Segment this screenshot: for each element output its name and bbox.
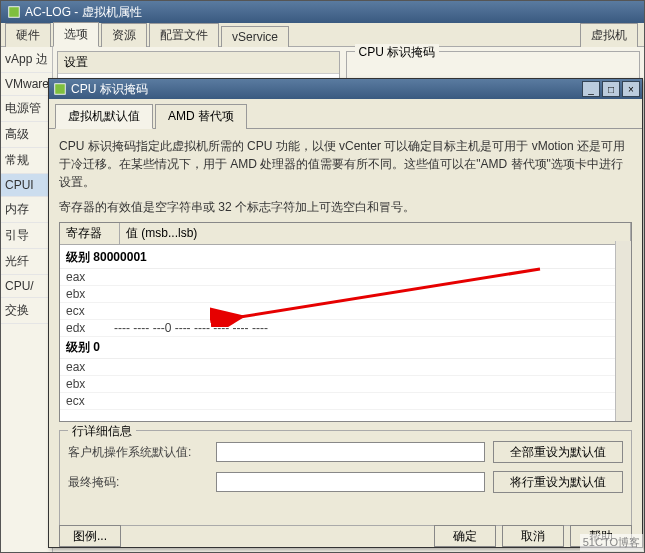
reset-all-button[interactable]: 全部重设为默认值	[493, 441, 623, 463]
app-icon	[7, 5, 21, 19]
register-row[interactable]: ebx	[60, 376, 631, 393]
register-note: 寄存器的有效值是空字符串或 32 个标志字符加上可选空白和冒号。	[59, 199, 632, 216]
dialog-tabs: 虚拟机默认值 AMD 替代项	[49, 99, 642, 129]
register-value: ---- ---- ---0 ---- ---- ---- ---- ----	[114, 321, 625, 335]
window-title: AC-LOG - 虚拟机属性	[25, 1, 142, 23]
svg-rect-1	[55, 84, 66, 95]
register-name: edx	[66, 321, 114, 335]
register-value	[114, 287, 625, 301]
sidebar-item-vapp[interactable]: vApp 边	[1, 47, 52, 73]
final-mask-input[interactable]	[216, 472, 485, 492]
sidebar-item-cpu[interactable]: CPU/	[1, 275, 52, 298]
sidebar-item-power[interactable]: 电源管	[1, 96, 52, 122]
reset-row-button[interactable]: 将行重设为默认值	[493, 471, 623, 493]
tab-vm-defaults[interactable]: 虚拟机默认值	[55, 104, 153, 129]
options-sidebar: vApp 边 VMware 电源管 高级 常规 CPUI 内存 引导 光纤 CP…	[1, 47, 53, 552]
scrollbar[interactable]	[615, 241, 631, 421]
cpu-mask-dialog: CPU 标识掩码 _ □ × 虚拟机默认值 AMD 替代项 CPU 标识掩码指定…	[48, 78, 643, 548]
tab-resources[interactable]: 资源	[101, 23, 147, 47]
register-name: ebx	[66, 287, 114, 301]
tab-vservice[interactable]: vService	[221, 26, 289, 47]
register-name: ebx	[66, 377, 114, 391]
register-row[interactable]: ecx	[60, 303, 631, 320]
register-row[interactable]: ecx	[60, 393, 631, 410]
dialog-title: CPU 标识掩码	[71, 81, 148, 98]
outer-tabbar: 硬件 选项 资源 配置文件 vService 虚拟机	[1, 23, 644, 47]
dialog-titlebar[interactable]: CPU 标识掩码 _ □ ×	[49, 79, 642, 99]
dialog-icon	[53, 82, 67, 96]
register-row[interactable]: edx---- ---- ---0 ---- ---- ---- ---- --…	[60, 320, 631, 337]
register-name: eax	[66, 360, 114, 374]
sidebar-item-cpuid[interactable]: CPUI	[1, 174, 52, 197]
watermark: 51CTO博客	[580, 534, 643, 551]
col-register[interactable]: 寄存器	[60, 223, 120, 244]
sidebar-item-boot[interactable]: 引导	[1, 223, 52, 249]
register-value	[114, 377, 625, 391]
register-table[interactable]: 寄存器 值 (msb...lsb) 级别 80000001eaxebxecxed…	[59, 222, 632, 422]
level-header[interactable]: 级别 0	[60, 337, 631, 359]
guest-os-default-input[interactable]	[216, 442, 485, 462]
sidebar-item-vmware[interactable]: VMware	[1, 73, 52, 96]
description-text: CPU 标识掩码指定此虚拟机所需的 CPU 功能，以便 vCenter 可以确定…	[59, 137, 632, 191]
tab-hardware[interactable]: 硬件	[5, 23, 51, 47]
register-row[interactable]: eax	[60, 269, 631, 286]
tab-profiles[interactable]: 配置文件	[149, 23, 219, 47]
cancel-button[interactable]: 取消	[502, 525, 564, 547]
register-row[interactable]: eax	[60, 359, 631, 376]
sidebar-item-swap[interactable]: 交换	[1, 298, 52, 324]
maximize-button[interactable]: □	[602, 81, 620, 97]
sidebar-item-fiber[interactable]: 光纤	[1, 249, 52, 275]
guest-os-default-label: 客户机操作系统默认值:	[68, 444, 208, 461]
dialog-footer: 图例... 确定 取消 帮助	[49, 525, 642, 547]
window-titlebar[interactable]: AC-LOG - 虚拟机属性	[1, 1, 644, 23]
minimize-button[interactable]: _	[582, 81, 600, 97]
register-value	[114, 394, 625, 408]
sidebar-item-general[interactable]: 常规	[1, 148, 52, 174]
register-value	[114, 270, 625, 284]
register-name: ecx	[66, 304, 114, 318]
register-value	[114, 304, 625, 318]
tab-amd-override[interactable]: AMD 替代项	[155, 104, 247, 129]
sidebar-item-memory[interactable]: 内存	[1, 197, 52, 223]
settings-header: 设置	[58, 52, 339, 74]
final-mask-label: 最终掩码:	[68, 474, 208, 491]
tab-vm-right[interactable]: 虚拟机	[580, 23, 638, 47]
register-value	[114, 360, 625, 374]
row-detail-legend: 行详细信息	[68, 423, 136, 440]
register-name: eax	[66, 270, 114, 284]
legend-button[interactable]: 图例...	[59, 525, 121, 547]
level-header[interactable]: 级别 80000001	[60, 247, 631, 269]
register-name: ecx	[66, 394, 114, 408]
col-value[interactable]: 值 (msb...lsb)	[120, 223, 631, 244]
cpu-mask-legend: CPU 标识掩码	[355, 44, 440, 61]
row-detail-group: 行详细信息 客户机操作系统默认值: 全部重设为默认值 最终掩码: 将行重设为默认…	[59, 430, 632, 526]
svg-rect-0	[9, 7, 20, 18]
close-button[interactable]: ×	[622, 81, 640, 97]
ok-button[interactable]: 确定	[434, 525, 496, 547]
sidebar-item-advanced[interactable]: 高级	[1, 122, 52, 148]
register-row[interactable]: ebx	[60, 286, 631, 303]
tab-options[interactable]: 选项	[53, 22, 99, 47]
